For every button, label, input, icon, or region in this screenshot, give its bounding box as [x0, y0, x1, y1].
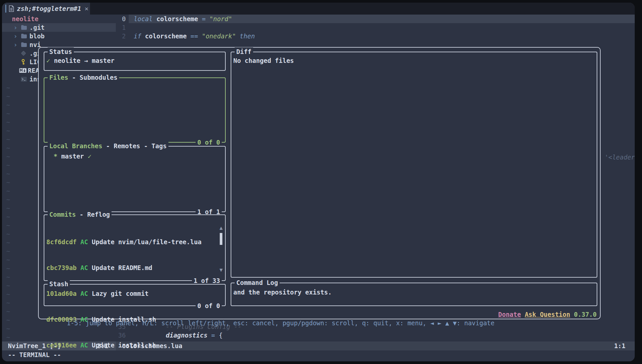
- files-count: 0 of 0: [196, 138, 222, 147]
- lazygit-branches-panel[interactable]: Local Branches - Remotes - Tags * master…: [44, 146, 226, 212]
- tab-close-icon[interactable]: ×: [84, 4, 88, 13]
- commits-scrollbar[interactable]: ▲ ▼: [219, 224, 223, 274]
- scroll-down-icon[interactable]: ▼: [219, 266, 223, 274]
- lazygit-footer-links: Donate Ask Question 0.37.0: [498, 310, 597, 319]
- lazygit-float-window: Status ✓ neolite → master Files - Submod…: [38, 47, 601, 319]
- code-line-2: if colorscheme == "onedark" then: [134, 32, 255, 40]
- line-number: 2: [111, 32, 126, 40]
- neovim-window: zsh;#toggleterm#1 × neolite › .git › blo…: [2, 3, 635, 361]
- tab-toggleterm[interactable]: zsh;#toggleterm#1 ×: [2, 3, 90, 15]
- terminal-screen: zsh;#toggleterm#1 × neolite › .git › blo…: [0, 0, 642, 364]
- chevron-right-icon: ›: [14, 23, 19, 32]
- commit-row[interactable]: ce5916ee AC Update install.sh: [46, 341, 223, 349]
- lazygit-keybind-bar: 1-5: jump to panel, H/L: scroll left/rig…: [44, 310, 597, 319]
- empty-buffer-tildes: ~ ~ ~ ~ ~ ~ ~ ~ ~ ~ ~ ~ ~ ~ ~ ~ ~ ~ ~ ~ …: [6, 83, 10, 341]
- tabline: zsh;#toggleterm#1 ×: [2, 3, 635, 15]
- scroll-thumb[interactable]: [220, 233, 222, 245]
- lazygit-commits-panel[interactable]: Commits - Reflog 8cf6dcdf AC Update nvim…: [44, 214, 226, 281]
- file-icon: [9, 5, 14, 12]
- tree-root-folder[interactable]: neolite: [2, 15, 116, 23]
- line-number: 1: [111, 23, 126, 32]
- tree-item-blob-folder[interactable]: › blob: [2, 32, 116, 40]
- statusline-cursor-pos-right: 1:1: [614, 341, 625, 350]
- lazygit-stash-panel[interactable]: Stash 0 of 0: [44, 284, 226, 306]
- commit-row[interactable]: cbc739ab AC Update README.md: [46, 263, 223, 272]
- keybind-hints: 1-5: jump to panel, H/L: scroll left/rig…: [67, 319, 495, 327]
- lazygit-files-panel[interactable]: Files - Submodules 0 of 0: [44, 77, 226, 143]
- scroll-up-icon[interactable]: ▲: [219, 224, 223, 232]
- commits-panel-title[interactable]: Commits - Reflog: [48, 210, 112, 219]
- lazygit-command-log-panel[interactable]: Command Log and the repository exists.: [231, 283, 597, 306]
- stash-panel-title: Stash: [48, 280, 70, 288]
- files-panel-title[interactable]: Files - Submodules: [48, 73, 119, 82]
- chevron-right-icon: ›: [14, 40, 19, 49]
- code-line-0: local colorscheme = "nord": [134, 15, 232, 23]
- status-panel-title: Status: [48, 47, 74, 56]
- lazygit-version: 0.37.0: [574, 311, 597, 318]
- active-tab-indicator: [5, 5, 6, 13]
- ask-question-link[interactable]: Ask Question: [525, 311, 570, 318]
- line-number: 0: [111, 15, 126, 23]
- command-log-content: and the repository exists.: [231, 283, 597, 296]
- donate-link[interactable]: Donate: [498, 311, 521, 318]
- lazygit-diff-panel[interactable]: Diff No changed files: [231, 52, 597, 278]
- branches-panel-title[interactable]: Local Branches - Remotes - Tags: [48, 142, 168, 150]
- command-log-title: Command Log: [235, 278, 280, 287]
- tree-item-git-folder[interactable]: › .git: [2, 23, 116, 32]
- terminal-script-icon: [21, 60, 27, 99]
- lazygit-status-panel[interactable]: Status ✓ neolite → master: [44, 52, 226, 71]
- code-peek-text: '<leader>: [605, 153, 635, 161]
- stash-count: 0 of 0: [196, 301, 222, 310]
- chevron-right-icon: ›: [14, 32, 19, 40]
- commit-row[interactable]: 8cf6dcdf AC Update nvim/lua/file-tree.lu…: [46, 238, 223, 246]
- diff-panel-title: Diff: [235, 47, 253, 56]
- diff-content: No changed files: [231, 52, 597, 65]
